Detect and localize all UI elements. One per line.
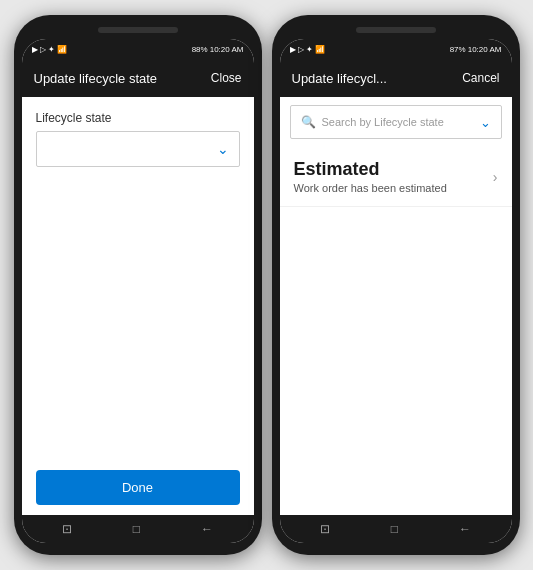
phone-2-status-bar: ▶ ▷ ✦ 📶 87% 10:20 AM (280, 39, 512, 59)
phone-2-status-right: 87% 10:20 AM (450, 45, 502, 54)
phone-1-notch (98, 27, 178, 33)
phone-1-close-button[interactable]: Close (211, 71, 242, 85)
phone-1-nav-bar: ⊡ □ ← (22, 515, 254, 543)
lifecycle-dropdown[interactable]: ⌄ (36, 131, 240, 167)
recent-apps-button[interactable]: ⊡ (62, 522, 72, 536)
phone-2-back-button[interactable]: ← (459, 522, 471, 536)
phone-2-battery: 87% (450, 45, 466, 54)
item-chevron-icon: › (493, 169, 498, 185)
phone-1-screen-content: Lifecycle state ⌄ Done (22, 97, 254, 515)
lifecycle-item-title: Estimated (294, 159, 447, 180)
phone-2-screen: ▶ ▷ ✦ 📶 87% 10:20 AM Update lifecycl... … (280, 39, 512, 543)
phone-1-app-header: Update lifecycle state Close (22, 59, 254, 97)
home-button[interactable]: □ (133, 522, 140, 536)
phone-1-status-right: 88% 10:20 AM (192, 45, 244, 54)
phone-2-time: 10:20 AM (468, 45, 502, 54)
phones-container: ▶ ▷ ✦ 📶 88% 10:20 AM Update lifecycle st… (14, 15, 520, 555)
lifecycle-section: Lifecycle state ⌄ (22, 97, 254, 175)
phone-1-battery: 88% (192, 45, 208, 54)
phone-2-cancel-button[interactable]: Cancel (462, 71, 499, 85)
phone-2-home-button[interactable]: □ (391, 522, 398, 536)
content-spacer-2 (280, 207, 512, 515)
phone-1-status-bar: ▶ ▷ ✦ 📶 88% 10:20 AM (22, 39, 254, 59)
phone-1-status-left: ▶ ▷ ✦ 📶 (32, 45, 68, 54)
phone-2-screen-content: 🔍 Search by Lifecycle state ⌄ Estimated … (280, 97, 512, 515)
phone-2-signal-icons: ▶ ▷ ✦ 📶 (290, 45, 326, 54)
phone-1-time: 10:20 AM (210, 45, 244, 54)
done-button[interactable]: Done (36, 470, 240, 505)
lifecycle-item-estimated[interactable]: Estimated Work order has been estimated … (280, 147, 512, 207)
search-chevron-icon: ⌄ (480, 115, 491, 130)
lifecycle-item-subtitle: Work order has been estimated (294, 182, 447, 194)
lifecycle-label: Lifecycle state (36, 111, 240, 125)
content-spacer (22, 175, 254, 460)
phone-2-app-header: Update lifecycl... Cancel (280, 59, 512, 97)
phone-2-nav-bar: ⊡ □ ← (280, 515, 512, 543)
back-button[interactable]: ← (201, 522, 213, 536)
search-placeholder-text: Search by Lifecycle state (322, 116, 474, 128)
search-icon: 🔍 (301, 115, 316, 129)
phone-1-signal-icons: ▶ ▷ ✦ 📶 (32, 45, 68, 54)
phone-2: ▶ ▷ ✦ 📶 87% 10:20 AM Update lifecycl... … (272, 15, 520, 555)
done-button-area: Done (22, 460, 254, 515)
phone-1-screen: ▶ ▷ ✦ 📶 88% 10:20 AM Update lifecycle st… (22, 39, 254, 543)
chevron-down-icon: ⌄ (217, 141, 229, 157)
phone-2-recent-apps-button[interactable]: ⊡ (320, 522, 330, 536)
lifecycle-search-bar[interactable]: 🔍 Search by Lifecycle state ⌄ (290, 105, 502, 139)
phone-2-status-left: ▶ ▷ ✦ 📶 (290, 45, 326, 54)
phone-1-header-title: Update lifecycle state (34, 71, 158, 86)
phone-2-notch (356, 27, 436, 33)
lifecycle-item-text: Estimated Work order has been estimated (294, 159, 447, 194)
phone-2-header-title: Update lifecycl... (292, 71, 387, 86)
phone-1: ▶ ▷ ✦ 📶 88% 10:20 AM Update lifecycle st… (14, 15, 262, 555)
